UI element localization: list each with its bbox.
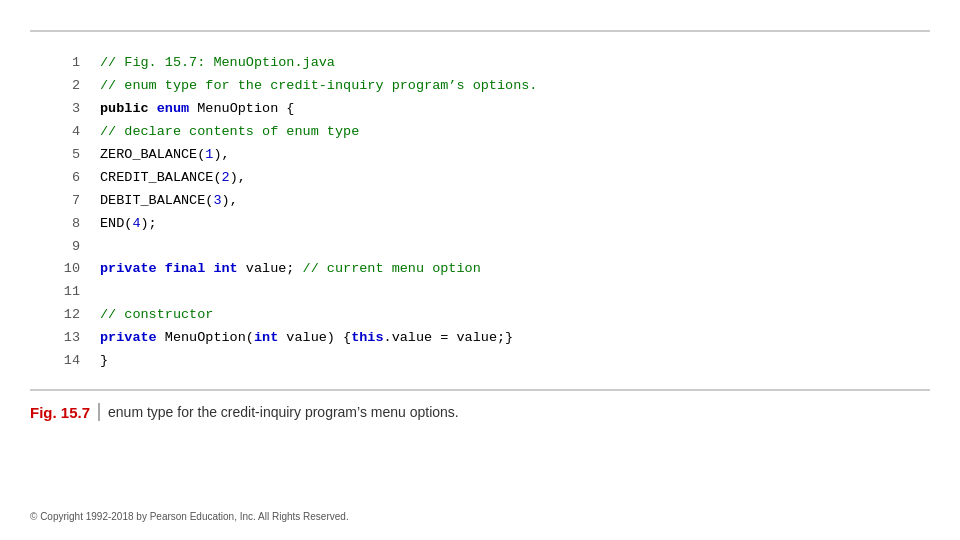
code-segment: value; — [246, 261, 303, 276]
code-segment: END( — [100, 216, 132, 231]
code-text: public enum MenuOption { — [100, 98, 294, 121]
code-segment: private — [100, 330, 165, 345]
line-number: 14 — [50, 350, 80, 373]
code-line: 2// enum type for the credit-inquiry pro… — [50, 75, 910, 98]
code-segment: ); — [141, 216, 157, 231]
code-segment: DEBIT_BALANCE( — [100, 193, 213, 208]
line-number: 1 — [50, 52, 80, 75]
code-segment: ), — [230, 170, 246, 185]
code-text: // enum type for the credit-inquiry prog… — [100, 75, 537, 98]
code-line: 12 // constructor — [50, 304, 910, 327]
top-divider — [30, 30, 930, 32]
code-segment: 2 — [222, 170, 230, 185]
code-text: ZERO_BALANCE(1), — [100, 144, 230, 167]
code-segment: ), — [213, 147, 229, 162]
line-number: 8 — [50, 213, 80, 236]
code-text: CREDIT_BALANCE(2), — [100, 167, 246, 190]
code-text: private MenuOption(int value) {this.valu… — [100, 327, 513, 350]
code-text: // declare contents of enum type — [100, 121, 359, 144]
line-number: 7 — [50, 190, 80, 213]
caption-divider — [98, 403, 100, 421]
code-line: 10 private final int value; // current m… — [50, 258, 910, 281]
code-segment: // enum — [100, 78, 165, 93]
code-segment: 4 — [132, 216, 140, 231]
code-segment: ), — [222, 193, 238, 208]
line-number: 3 — [50, 98, 80, 121]
code-segment: MenuOption( — [165, 330, 254, 345]
code-segment: type — [165, 78, 197, 93]
code-text: DEBIT_BALANCE(3), — [100, 190, 238, 213]
code-line: 4 // declare contents of enum type — [50, 121, 910, 144]
line-number: 4 — [50, 121, 80, 144]
code-line: 8 END(4); — [50, 213, 910, 236]
page-container: 1// Fig. 15.7: MenuOption.java2// enum t… — [0, 0, 960, 540]
code-text: } — [100, 350, 108, 373]
code-line: 13 private MenuOption(int value) {this.v… — [50, 327, 910, 350]
code-segment: value) { — [286, 330, 351, 345]
code-segment: for the credit-inquiry program’s options… — [197, 78, 537, 93]
code-block: 1// Fig. 15.7: MenuOption.java2// enum t… — [30, 42, 930, 383]
code-line: 5 ZERO_BALANCE(1), — [50, 144, 910, 167]
line-number: 12 — [50, 304, 80, 327]
code-line: 1// Fig. 15.7: MenuOption.java — [50, 52, 910, 75]
caption-fig: Fig. 15.7 — [30, 404, 90, 421]
code-segment: this — [351, 330, 383, 345]
code-text: private final int value; // current menu… — [100, 258, 481, 281]
caption-text: enum type for the credit-inquiry program… — [108, 404, 459, 420]
code-segment: 3 — [213, 193, 221, 208]
copyright: © Copyright 1992-2018 by Pearson Educati… — [30, 511, 349, 522]
line-number: 2 — [50, 75, 80, 98]
code-segment: // current menu option — [303, 261, 481, 276]
code-segment: MenuOption { — [197, 101, 294, 116]
caption-row: Fig. 15.7 enum type for the credit-inqui… — [30, 403, 930, 421]
code-segment: ZERO_BALANCE( — [100, 147, 205, 162]
code-segment: .value = value;} — [384, 330, 514, 345]
code-line: 11 — [50, 281, 910, 304]
code-segment: final — [165, 261, 214, 276]
code-segment: CREDIT_BALANCE( — [100, 170, 222, 185]
code-line: 6 CREDIT_BALANCE(2), — [50, 167, 910, 190]
code-segment: int — [254, 330, 286, 345]
line-number: 11 — [50, 281, 80, 304]
code-segment: enum — [157, 101, 198, 116]
code-segment: public — [100, 101, 157, 116]
code-line: 7 DEBIT_BALANCE(3), — [50, 190, 910, 213]
code-segment: // declare contents of enum type — [100, 124, 359, 139]
code-segment: private — [100, 261, 165, 276]
code-text: // constructor — [100, 304, 213, 327]
code-segment: // Fig. 15.7: MenuOption.java — [100, 55, 335, 70]
code-line: 3public enum MenuOption { — [50, 98, 910, 121]
code-line: 9 — [50, 236, 910, 259]
code-line: 14} — [50, 350, 910, 373]
code-segment: } — [100, 353, 108, 368]
code-text: END(4); — [100, 213, 157, 236]
line-number: 5 — [50, 144, 80, 167]
line-number: 10 — [50, 258, 80, 281]
line-number: 13 — [50, 327, 80, 350]
line-number: 6 — [50, 167, 80, 190]
bottom-divider — [30, 389, 930, 391]
line-number: 9 — [50, 236, 80, 259]
code-segment: // constructor — [100, 307, 213, 322]
code-text: // Fig. 15.7: MenuOption.java — [100, 52, 335, 75]
code-segment: int — [213, 261, 245, 276]
